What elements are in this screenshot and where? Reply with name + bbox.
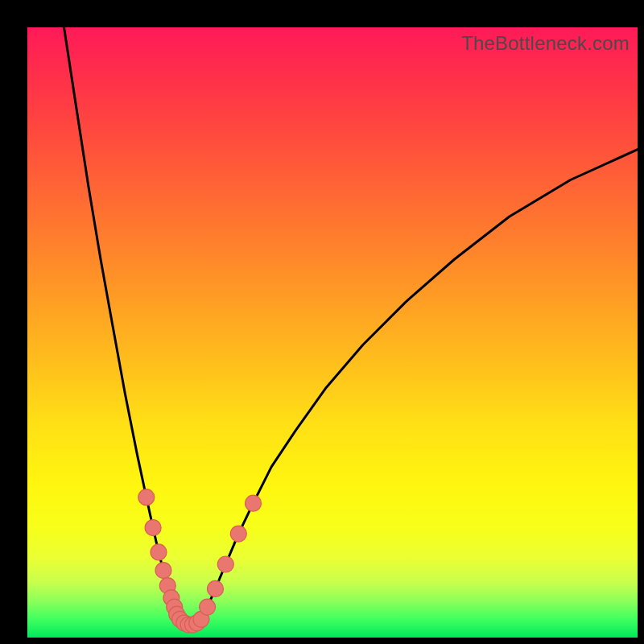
marker-dot — [200, 599, 216, 615]
plot-area: TheBottleneck.com — [27, 27, 638, 638]
marker-dot — [151, 544, 167, 560]
marker-dot — [155, 563, 171, 579]
chart-frame: TheBottleneck.com — [0, 0, 644, 644]
marker-group — [138, 489, 262, 633]
marker-dot — [230, 526, 246, 542]
marker-dot — [208, 580, 224, 597]
curve-svg — [27, 27, 638, 638]
marker-dot — [246, 495, 262, 511]
marker-dot — [138, 489, 155, 506]
marker-dot — [217, 556, 233, 572]
marker-dot — [145, 520, 161, 536]
